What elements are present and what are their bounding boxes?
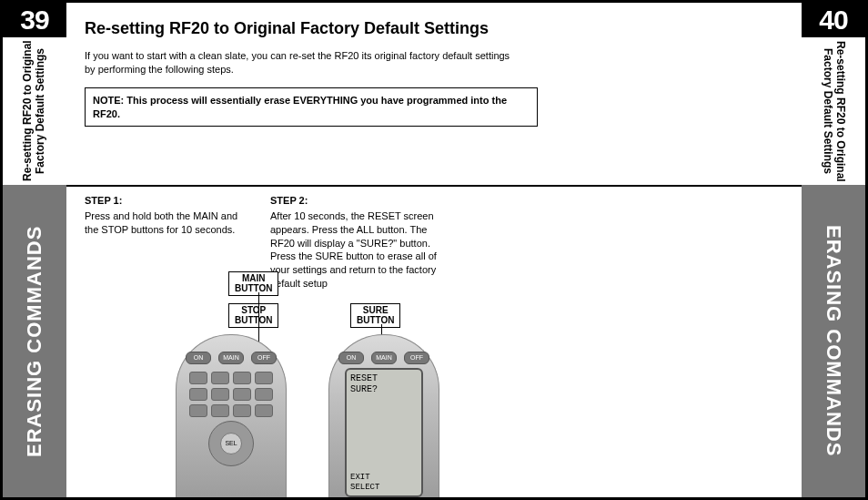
- grid-button: [255, 388, 273, 401]
- left-subheading: Re-setting RF20 to OriginalFactory Defau…: [3, 37, 66, 185]
- intro-text: If you want to start with a clean slate,…: [85, 49, 521, 77]
- right-section-label: ERASING COMMANDS: [802, 185, 865, 497]
- remote-top-button-row: ON MAIN OFF: [338, 352, 429, 364]
- on-button: ON: [186, 352, 211, 364]
- grid-button: [255, 372, 273, 384]
- main-button: MAIN: [218, 352, 244, 364]
- page-number-right: 40: [802, 3, 865, 37]
- grid-button: [233, 388, 251, 401]
- remote-button-grid: [189, 372, 273, 417]
- manual-spread: 39 Re-setting RF20 to OriginalFactory De…: [0, 0, 868, 500]
- step-2-heading: STEP 2:: [270, 194, 452, 208]
- callout-main-button: MAINBUTTON: [228, 271, 278, 296]
- grid-button: [233, 404, 251, 417]
- main-content: Re-setting RF20 to Original Factory Defa…: [66, 3, 802, 497]
- grid-button: [189, 388, 207, 401]
- grid-button: [211, 372, 229, 384]
- left-sidebar: 39 Re-setting RF20 to OriginalFactory De…: [3, 3, 66, 497]
- right-sidebar: 40 Re-setting RF20 to OriginalFactory De…: [802, 3, 865, 497]
- horizontal-divider: [66, 185, 802, 187]
- step-1-heading: STEP 1:: [85, 194, 248, 208]
- note-box: NOTE: This process will essentially eras…: [85, 87, 538, 128]
- screen-line-1: RESET: [350, 373, 418, 383]
- callout-sure-button: SUREBUTTON: [350, 303, 400, 328]
- remote-illustration-step1: ON MAIN OFF SEL: [176, 334, 287, 497]
- intro-block: Re-setting RF20 to Original Factory Defa…: [66, 3, 802, 136]
- off-button: OFF: [404, 352, 429, 364]
- remote-lcd-screen: RESET SURE? EXIT SELECT: [345, 368, 423, 497]
- grid-button: [211, 404, 229, 417]
- page-title: Re-setting RF20 to Original Factory Defa…: [85, 19, 783, 38]
- grid-button: [211, 388, 229, 401]
- grid-button: [189, 404, 207, 417]
- right-subheading: Re-setting RF20 to OriginalFactory Defau…: [802, 37, 865, 185]
- on-button: ON: [338, 352, 364, 364]
- left-section-label: ERASING COMMANDS: [3, 185, 66, 497]
- grid-button: [255, 404, 273, 417]
- dpad: SEL: [208, 421, 254, 466]
- step-1-body: Press and hold both the MAIN and the STO…: [85, 209, 248, 237]
- remote-top-button-row: ON MAIN OFF: [186, 352, 277, 364]
- grid-button: [189, 372, 207, 384]
- page-number-left: 39: [3, 3, 66, 37]
- remote-illustration-step2: ON MAIN OFF RESET SURE? EXIT SELECT: [328, 334, 439, 497]
- screen-select: SELECT: [350, 483, 418, 492]
- screen-line-2: SURE?: [350, 384, 418, 394]
- off-button: OFF: [251, 352, 277, 364]
- select-button: SEL: [220, 433, 242, 454]
- grid-button: [233, 372, 251, 384]
- callout-stop-button: STOPBUTTON: [228, 303, 278, 328]
- screen-exit: EXIT: [350, 473, 418, 482]
- main-button: MAIN: [371, 352, 397, 364]
- note-text: NOTE: This process will essentially eras…: [93, 95, 507, 119]
- step-2-body: After 10 seconds, the RESET screen appea…: [270, 209, 452, 291]
